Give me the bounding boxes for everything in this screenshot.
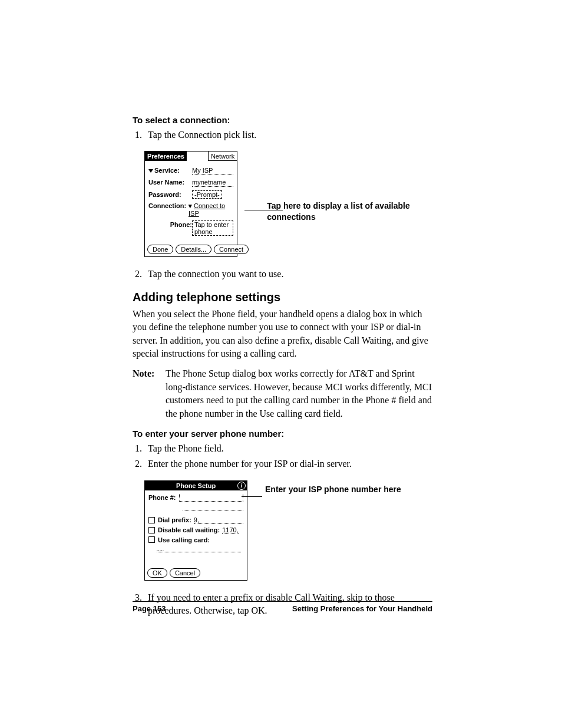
use-cc-input[interactable]: ..... (157, 546, 241, 552)
done-button[interactable]: Done (147, 245, 173, 254)
use-cc-checkbox[interactable] (148, 536, 155, 543)
page-footer: Page 153 Setting Preferences for Your Ha… (133, 601, 432, 613)
note-label: Note: (133, 367, 166, 420)
step: Tap the connection you want to use. (144, 268, 432, 281)
dial-prefix-checkbox[interactable] (148, 517, 155, 523)
connection-picker[interactable]: ▾Connect to ISP (189, 202, 233, 217)
phone-number-input[interactable] (179, 494, 243, 502)
page-number: Page 153 (133, 604, 166, 613)
phone-setup-body: Phone #: Dial prefix: 9, Disable call wa… (145, 490, 247, 552)
disable-cw-row: Disable call waiting: 1170, (148, 526, 243, 534)
info-icon[interactable]: i (237, 482, 246, 490)
password-row: Password: -Prompt- (148, 190, 233, 199)
dial-prefix-row: Dial prefix: 9, (148, 516, 243, 524)
phone-setup-title-text: Phone Setup (176, 482, 216, 489)
dial-prefix-label: Dial prefix: (158, 516, 191, 523)
disable-cw-checkbox[interactable] (148, 527, 155, 533)
document-page: To select a connection: Tap the Connecti… (0, 0, 562, 728)
disable-cw-label: Disable call waiting: (158, 526, 220, 533)
ok-button[interactable]: OK (147, 568, 167, 578)
title-preferences: Preferences (145, 151, 187, 161)
phone-setup-title: Phone Setup i (145, 481, 247, 490)
username-row: User Name: mynetname (148, 179, 233, 187)
username-value[interactable]: mynetname (192, 179, 233, 187)
callout-phone-number: Enter your ISP phone number here (265, 484, 401, 495)
note: Note: The Phone Setup dialog box works c… (133, 367, 432, 420)
steps-select-connection-cont: Tap the connection you want to use. (133, 268, 432, 281)
titlebar: Preferences Network (145, 151, 237, 161)
para-telephone-intro: When you select the Phone field, your ha… (133, 308, 432, 361)
chapter-title: Setting Preferences for Your Handheld (292, 604, 432, 613)
phone-row: Phone: Tap to enter phone (148, 220, 233, 236)
use-cc-label: Use calling card: (158, 536, 210, 543)
password-value[interactable]: -Prompt- (192, 190, 222, 199)
heading-enter-server-phone: To enter your server phone number: (133, 429, 432, 439)
figure-phone-setup: Phone Setup i Phone #: Dial prefix: 9, D… (144, 480, 432, 581)
phone-number-row: Phone #: (148, 494, 243, 502)
step: Tap the Phone field. (144, 442, 432, 455)
connection-row: Connection: ▾Connect to ISP (148, 202, 233, 217)
dial-prefix-value[interactable]: 9, (194, 516, 243, 524)
dropdown-icon[interactable] (148, 169, 153, 173)
connect-button[interactable]: Connect (214, 245, 249, 254)
title-network-picker[interactable]: Network (208, 151, 237, 161)
phone-number-label: Phone #: (148, 494, 176, 501)
username-label: User Name: (148, 179, 192, 186)
phone-label: Phone: (148, 221, 192, 228)
figure-preferences: Preferences Network Service: My ISP User… (144, 151, 432, 257)
steps-enter-phone: Tap the Phone field. Enter the phone num… (133, 442, 432, 471)
form-area: Service: My ISP User Name: mynetname Pas… (145, 161, 237, 236)
step: Tap the Connection pick list. (144, 129, 432, 141)
phone-number-input-line2[interactable] (183, 504, 243, 510)
preferences-screenshot: Preferences Network Service: My ISP User… (144, 151, 237, 257)
note-text: The Phone Setup dialog box works correct… (166, 367, 432, 420)
service-row: Service: My ISP (148, 167, 233, 175)
step: Enter the phone number for your ISP or d… (144, 457, 432, 470)
callout-line (244, 210, 283, 210)
phone-setup-screenshot: Phone Setup i Phone #: Dial prefix: 9, D… (144, 480, 247, 581)
callout-connection: Tap here to display a list of available … (267, 200, 432, 222)
service-value[interactable]: My ISP (192, 167, 233, 175)
heading-select-connection: To select a connection: (133, 115, 432, 125)
disable-cw-value[interactable]: 1170, (222, 526, 239, 534)
password-label: Password: (148, 191, 192, 198)
phone-button-row: OK Cancel (147, 568, 200, 578)
phone-value[interactable]: Tap to enter phone (192, 220, 233, 236)
details-button[interactable]: Details... (176, 245, 211, 254)
cancel-button[interactable]: Cancel (170, 568, 200, 578)
callout-line-2 (242, 496, 262, 497)
connection-label: Connection: (148, 202, 189, 209)
service-label: Service: (154, 167, 180, 174)
heading-adding-telephone: Adding telephone settings (133, 291, 432, 304)
steps-select-connection: Tap the Connection pick list. (133, 129, 432, 141)
button-row: Done Details... Connect (147, 245, 249, 254)
use-cc-row: Use calling card: (148, 536, 243, 543)
